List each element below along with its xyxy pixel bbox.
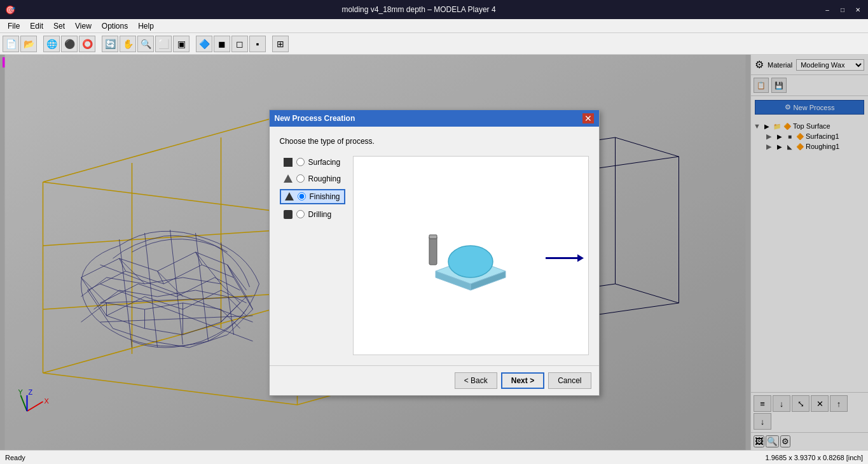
new-button[interactable]: 📄 (3, 36, 19, 52)
close-button[interactable]: ✕ (853, 4, 863, 15)
dialog-body: Choose the type of process. Surfacing (270, 127, 599, 365)
menu-view[interactable]: View (70, 20, 97, 32)
title-bar: 🎯 molding v4_18mm depth – MODELA Player … (0, 0, 868, 19)
view-side-button[interactable]: ◻ (231, 36, 248, 52)
back-button[interactable]: < Back (455, 372, 497, 389)
window-controls: – □ ✕ (822, 4, 863, 15)
radio-surfacing[interactable] (296, 158, 305, 166)
option-finishing[interactable]: Finishing (280, 189, 345, 204)
cancel-button[interactable]: Cancel (548, 372, 591, 389)
minimize-button[interactable]: – (822, 4, 832, 15)
radio-drilling[interactable] (296, 210, 305, 218)
svg-marker-55 (577, 254, 584, 262)
dialog-options: Surfacing Roughing Finishing (280, 156, 345, 355)
circle-button[interactable]: ⭕ (79, 36, 95, 52)
dialog-content: Surfacing Roughing Finishing (280, 156, 589, 355)
dialog-footer: < Back Next > Cancel (270, 365, 599, 395)
option-drilling[interactable]: Drilling (280, 208, 345, 221)
option-roughing[interactable]: Roughing (280, 172, 345, 185)
maximize-button[interactable]: □ (837, 4, 848, 15)
radio-roughing[interactable] (296, 174, 305, 183)
dialog-titlebar: New Process Creation ✕ (270, 110, 599, 127)
view-top-button[interactable]: ▪ (249, 36, 266, 52)
open-button[interactable]: 📂 (20, 36, 37, 52)
zoom-button[interactable]: 🔍 (137, 36, 154, 52)
dialog-instruction: Choose the type of process. (280, 137, 589, 146)
option-surfacing[interactable]: Surfacing (280, 156, 345, 169)
window-title: molding v4_18mm depth – MODELA Player 4 (15, 5, 822, 14)
arrow-svg (546, 251, 584, 264)
menu-options[interactable]: Options (97, 20, 133, 32)
next-button[interactable]: Next > (501, 372, 544, 389)
label-roughing[interactable]: Roughing (308, 174, 341, 183)
menu-bar: File Edit Set View Options Help (0, 19, 868, 33)
arrow-indicator (546, 251, 584, 266)
preview-svg (417, 214, 525, 297)
svg-rect-52 (429, 236, 437, 265)
status-bar: Ready 1.9685 x 3.9370 x 0.8268 [inch] (0, 450, 868, 464)
svg-rect-53 (429, 235, 437, 239)
select2-button[interactable]: ▣ (173, 36, 189, 52)
label-finishing[interactable]: Finishing (310, 192, 340, 201)
pan-button[interactable]: ✋ (120, 36, 136, 52)
status-dimensions: 1.9685 x 3.9370 x 0.8268 [inch] (765, 454, 863, 461)
app-icon: 🎯 (5, 5, 15, 15)
status-ready: Ready (5, 454, 25, 461)
sphere-button[interactable]: ⚫ (61, 36, 78, 52)
label-surfacing[interactable]: Surfacing (308, 158, 341, 167)
dialog-overlay: New Process Creation ✕ Choose the type o… (0, 55, 868, 450)
label-drilling[interactable]: Drilling (308, 210, 332, 219)
globe-button[interactable]: 🌐 (43, 36, 60, 52)
select-button[interactable]: ⬜ (155, 36, 172, 52)
view3d-button[interactable]: 🔷 (196, 36, 212, 52)
view-front-button[interactable]: ◼ (214, 36, 230, 52)
menu-file[interactable]: File (3, 20, 25, 32)
svg-point-51 (448, 246, 493, 278)
rotate-button[interactable]: 🔄 (102, 36, 118, 52)
menu-edit[interactable]: Edit (25, 20, 48, 32)
grid-button[interactable]: ⊞ (272, 36, 289, 52)
menu-help[interactable]: Help (133, 20, 159, 32)
dialog-title: New Process Creation (275, 114, 355, 123)
toolbar: 📄 📂 🌐 ⚫ ⭕ 🔄 ✋ 🔍 ⬜ ▣ 🔷 ◼ ◻ ▪ ⊞ (0, 33, 868, 55)
radio-finishing[interactable] (298, 192, 306, 200)
dialog-close-button[interactable]: ✕ (582, 113, 594, 123)
menu-set[interactable]: Set (48, 20, 70, 32)
